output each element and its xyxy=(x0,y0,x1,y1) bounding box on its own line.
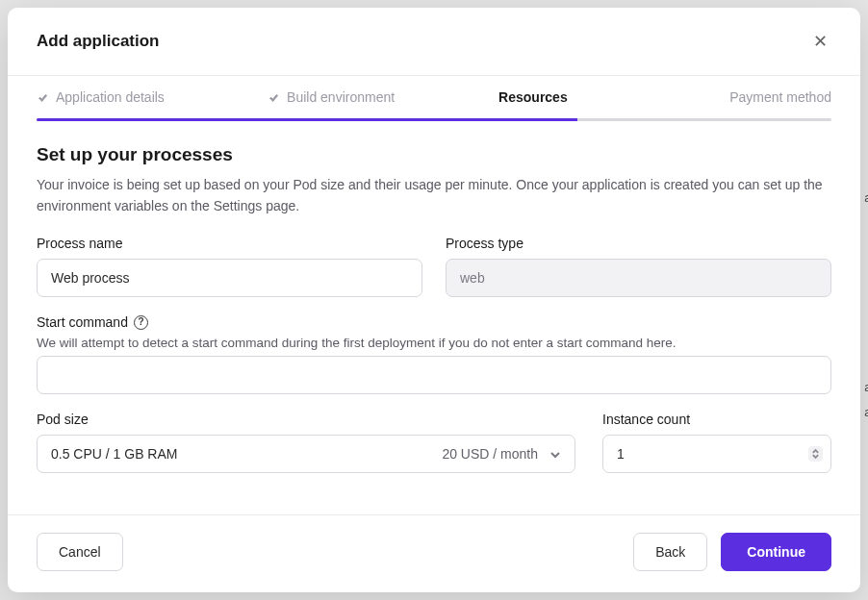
instance-count-stepper[interactable]: 1 xyxy=(602,435,831,473)
process-name-field: Process name xyxy=(37,236,422,297)
step-progress-fill xyxy=(37,118,577,121)
instance-count-field: Instance count 1 xyxy=(602,412,831,473)
process-type-label: Process type xyxy=(446,236,831,251)
process-type-input xyxy=(446,259,831,297)
start-command-field: Start command ? We will attempt to detec… xyxy=(37,314,831,394)
start-command-label: Start command ? xyxy=(37,314,831,330)
stepper: Application details Build environment Re… xyxy=(8,76,860,118)
cancel-button[interactable]: Cancel xyxy=(37,533,123,571)
close-button[interactable]: ✕ xyxy=(809,29,831,54)
section-description: Your invoice is being set up based on yo… xyxy=(37,175,831,216)
step-resources[interactable]: Resources xyxy=(498,76,729,118)
step-payment-method[interactable]: Payment method xyxy=(729,76,831,118)
modal-content: Set up your processes Your invoice is be… xyxy=(8,121,860,514)
instance-count-value: 1 xyxy=(617,446,625,462)
section-title: Set up your processes xyxy=(37,144,831,165)
add-application-modal: Add application ✕ Application details Bu… xyxy=(8,8,860,592)
process-name-input[interactable] xyxy=(37,259,422,297)
start-command-help: We will attempt to detect a start comman… xyxy=(37,336,831,350)
continue-button[interactable]: Continue xyxy=(721,533,831,571)
step-label: Payment method xyxy=(729,89,831,105)
check-icon xyxy=(268,91,279,103)
process-name-label: Process name xyxy=(37,236,422,251)
modal-footer: Cancel Back Continue xyxy=(8,514,860,592)
pod-size-field: Pod size 0.5 CPU / 1 GB RAM 20 USD / mon… xyxy=(37,412,575,473)
pod-size-select[interactable]: 0.5 CPU / 1 GB RAM 20 USD / month xyxy=(37,435,575,473)
modal-title: Add application xyxy=(37,32,160,51)
step-label: Resources xyxy=(498,89,568,105)
pod-size-value: 0.5 CPU / 1 GB RAM xyxy=(51,446,177,462)
process-type-field: Process type xyxy=(446,236,831,297)
modal-header: Add application ✕ xyxy=(8,8,860,76)
instance-count-label: Instance count xyxy=(602,412,831,427)
step-label: Application details xyxy=(56,89,165,105)
check-icon xyxy=(37,91,48,103)
start-command-label-text: Start command xyxy=(37,314,128,330)
pod-size-price: 20 USD / month xyxy=(442,446,538,462)
back-button[interactable]: Back xyxy=(633,533,707,571)
step-progress-bar xyxy=(37,118,831,121)
stepper-arrows-icon[interactable] xyxy=(808,446,823,462)
step-build-environment[interactable]: Build environment xyxy=(268,76,498,118)
step-label: Build environment xyxy=(287,89,395,105)
help-icon[interactable]: ? xyxy=(134,315,148,330)
background-text: as xyxy=(864,405,868,419)
step-application-details[interactable]: Application details xyxy=(37,76,268,118)
chevron-down-icon xyxy=(549,448,561,460)
background-text: as xyxy=(864,190,868,205)
pod-size-label: Pod size xyxy=(37,412,575,427)
start-command-input[interactable] xyxy=(37,356,831,394)
close-icon: ✕ xyxy=(813,32,828,51)
background-text: as xyxy=(864,380,868,394)
